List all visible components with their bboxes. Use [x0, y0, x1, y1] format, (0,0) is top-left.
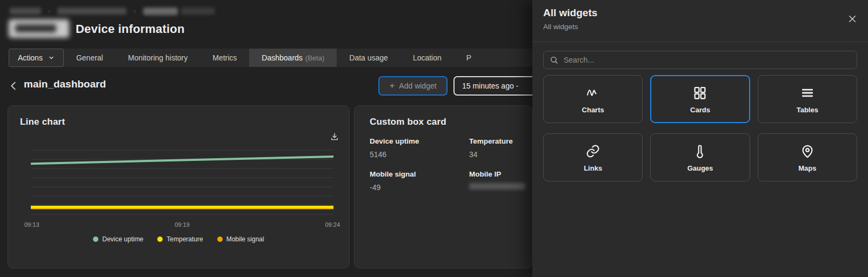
panel-title: All widgets	[543, 7, 597, 19]
all-widgets-panel: All widgets All widgets Charts Cards Tab…	[532, 0, 868, 277]
legend-item-mobile-signal[interactable]: Mobile signal	[217, 235, 264, 243]
x-axis-labels: 09:13 09:19 09:24	[24, 221, 340, 228]
tab-data-usage[interactable]: Data usage	[337, 49, 400, 67]
x-tick: 09:24	[325, 221, 340, 228]
line-chart-plot-area[interactable]	[31, 149, 333, 217]
x-tick: 09:19	[175, 221, 190, 228]
custom-box-card: Custom box card Device uptime 5146 Tempe…	[354, 105, 532, 268]
chart-legend: Device uptime Temperature Mobile signal	[8, 235, 349, 243]
redacted-breadcrumb-device-suffix	[181, 8, 215, 15]
dashboard-header-row: main_dashboard + Add widget 15 minutes a…	[0, 76, 532, 96]
chevron-down-icon	[48, 55, 55, 61]
widget-tile-charts[interactable]: Charts	[543, 75, 643, 123]
add-widget-button[interactable]: + Add widget	[378, 76, 448, 96]
search-icon	[550, 56, 558, 64]
redacted-breadcrumb-group[interactable]	[57, 8, 126, 15]
redacted-breadcrumb-devices[interactable]	[10, 8, 41, 15]
field-device-uptime: Device uptime 5146	[370, 137, 469, 159]
redacted-mobile-ip-value	[469, 183, 525, 190]
download-icon[interactable]	[330, 132, 339, 141]
breadcrumb: › ›	[10, 7, 215, 15]
tab-clipped[interactable]: P	[454, 49, 484, 67]
widget-tile-maps[interactable]: Maps	[758, 133, 857, 181]
widget-search[interactable]	[543, 51, 857, 69]
tab-monitoring-history[interactable]: Monitoring history	[116, 49, 201, 67]
legend-dot	[93, 237, 98, 242]
panel-subtitle: All widgets	[543, 23, 578, 31]
page-title: Device information	[76, 22, 185, 36]
beta-badge: (Beta)	[305, 54, 324, 62]
back-button[interactable]	[8, 80, 19, 92]
search-input[interactable]	[564, 56, 851, 64]
tab-metrics[interactable]: Metrics	[200, 49, 249, 67]
field-mobile-ip: Mobile IP	[469, 170, 526, 192]
redacted-breadcrumb-device-name	[143, 8, 178, 15]
waveform-icon	[585, 85, 601, 101]
legend-item-temperature[interactable]: Temperature	[157, 235, 203, 243]
widget-type-grid: Charts Cards Tables Links Gauges	[543, 75, 857, 181]
custom-box-card-title: Custom box card	[370, 117, 446, 127]
field-temperature: Temperature 34	[469, 137, 526, 159]
actions-label: Actions	[18, 53, 43, 62]
device-model-badge-redacted	[9, 19, 69, 38]
widget-tile-links[interactable]: Links	[543, 133, 643, 181]
dashboard-title: main_dashboard	[24, 78, 106, 90]
plus-icon: +	[389, 80, 395, 91]
legend-item-device-uptime[interactable]: Device uptime	[93, 235, 143, 243]
tab-bar: Actions General Monitoring history Metri…	[9, 49, 532, 67]
breadcrumb-separator: ›	[48, 7, 50, 15]
legend-dot	[217, 237, 223, 242]
chevron-left-icon	[8, 80, 19, 92]
widget-tile-gauges[interactable]: Gauges	[650, 133, 750, 181]
widget-tile-tables[interactable]: Tables	[758, 75, 857, 123]
time-range-button[interactable]: 15 minutes ago -	[453, 76, 545, 96]
cards-grid-icon	[692, 85, 708, 101]
close-icon[interactable]	[847, 14, 857, 24]
line-chart-card: Line chart 09:13 09:19 09:24 Device upti…	[8, 105, 350, 268]
x-tick: 09:13	[24, 221, 39, 228]
tab-dashboards[interactable]: Dashboards (Beta)	[249, 49, 337, 67]
line-chart-title: Line chart	[20, 117, 65, 127]
tab-location[interactable]: Location	[400, 49, 454, 67]
widget-tile-cards[interactable]: Cards	[650, 75, 750, 123]
link-icon	[585, 143, 601, 159]
map-pin-icon	[799, 143, 816, 159]
breadcrumb-separator: ›	[133, 7, 136, 15]
actions-dropdown-button[interactable]: Actions	[9, 49, 64, 67]
panel-divider	[532, 42, 868, 42]
legend-dot	[157, 237, 163, 242]
field-mobile-signal: Mobile signal -49	[370, 170, 469, 192]
thermometer-icon	[692, 143, 708, 159]
tab-general[interactable]: General	[64, 49, 116, 67]
table-rows-icon	[799, 85, 816, 101]
